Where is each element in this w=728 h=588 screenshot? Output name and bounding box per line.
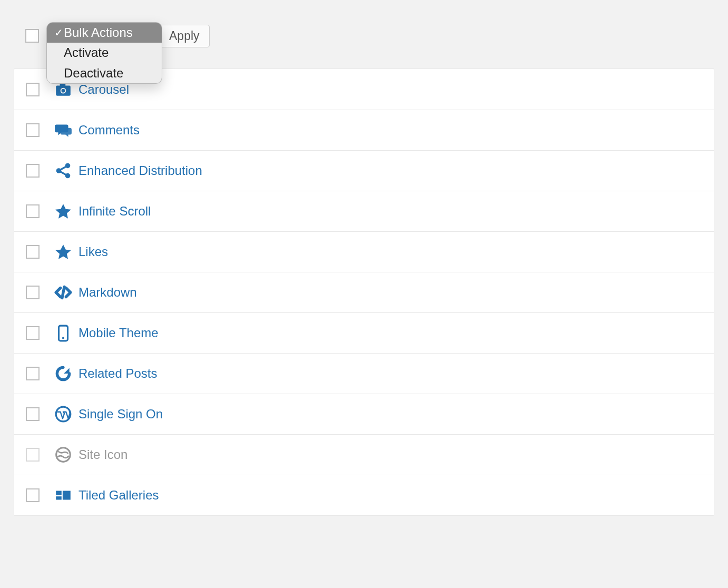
dropdown-option-bulk-actions[interactable]: ✓ Bulk Actions: [47, 23, 162, 43]
apply-button[interactable]: Apply: [159, 25, 210, 47]
dropdown-option-label: Deactivate: [64, 65, 123, 82]
dropdown-option-deactivate[interactable]: ✓ Deactivate: [47, 63, 162, 83]
dropdown-option-activate[interactable]: ✓ Activate: [47, 43, 162, 63]
dropdown-option-label: Activate: [64, 44, 109, 61]
dropdown-option-label: Bulk Actions: [64, 24, 133, 41]
select-all-checkbox[interactable]: [25, 29, 39, 43]
check-icon: ✓: [54, 26, 64, 40]
bulk-actions-dropdown[interactable]: ✓ Bulk Actions ✓ Activate ✓ Deactivate: [46, 22, 162, 84]
bulk-actions-toolbar: Apply ✓ Bulk Actions ✓ Activate ✓ Deacti…: [0, 0, 728, 68]
